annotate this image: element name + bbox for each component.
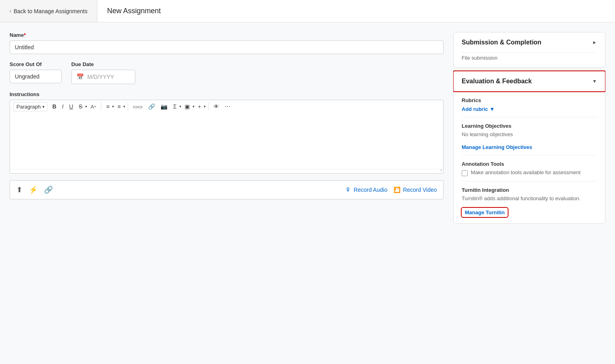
align-group: ≡ ▾ bbox=[104, 102, 114, 111]
list-arrow: ▾ bbox=[123, 105, 125, 109]
sidebar-card: Submission & Completion ► File submissio… bbox=[453, 32, 605, 224]
submission-section-title: Submission & Completion bbox=[462, 39, 541, 46]
evaluation-section-title: Evaluation & Feedback bbox=[462, 78, 532, 85]
main-layout: Name* Score Out Of Ungraded Due Date 📅 M… bbox=[0, 22, 615, 364]
bold-button[interactable]: B bbox=[50, 102, 59, 111]
link-icon[interactable]: 🔗 bbox=[44, 185, 53, 194]
microphone-icon: 🎙 bbox=[346, 187, 351, 193]
evaluation-section-header[interactable]: Evaluation & Feedback ▼ bbox=[454, 71, 605, 91]
clear-format-group: A× bbox=[88, 102, 98, 111]
clear-format-button[interactable]: A× bbox=[88, 102, 98, 111]
learning-objectives-label: Learning Objectives bbox=[462, 123, 597, 129]
due-date-field-group: Due Date 📅 M/D/YYYY bbox=[71, 61, 135, 84]
back-link[interactable]: ‹ Back to Manage Assignments bbox=[0, 0, 97, 22]
divider-3 bbox=[462, 181, 597, 181]
italic-button[interactable]: I bbox=[60, 102, 66, 111]
manage-objectives-link[interactable]: Manage Learning Objectives bbox=[462, 144, 532, 150]
record-video-button[interactable]: 🎦 Record Video bbox=[394, 187, 437, 193]
editor-body[interactable] bbox=[10, 113, 444, 169]
annotation-checkbox-row: Make annotation tools available for asse… bbox=[462, 169, 597, 176]
formula-button[interactable]: Σ bbox=[171, 102, 179, 111]
learning-objectives-section: Learning Objectives No learning objectiv… bbox=[462, 123, 597, 150]
file-submission-label: File submission bbox=[462, 55, 498, 61]
paragraph-dropdown[interactable]: Paragraph ▾ bbox=[13, 102, 48, 111]
calendar-icon: 📅 bbox=[76, 73, 84, 80]
media-embed-button[interactable]: ▭▭ bbox=[131, 102, 145, 111]
due-date-label: Due Date bbox=[71, 61, 135, 67]
align-arrow: ▾ bbox=[112, 105, 114, 109]
rubrics-label: Rubrics bbox=[462, 97, 597, 103]
table-group: ▣ ▾ bbox=[182, 102, 195, 111]
link-button[interactable]: 🔗 bbox=[146, 102, 157, 111]
evaluation-section-content: Rubrics Add rubric ▼ Learning Objectives… bbox=[454, 97, 605, 223]
manage-turnitin-link[interactable]: Manage Turnitin bbox=[462, 208, 508, 217]
add-rubric-link[interactable]: Add rubric ▼ bbox=[462, 106, 495, 112]
more-button[interactable]: ⋯ bbox=[222, 102, 233, 111]
evaluation-chevron-down-icon: ▼ bbox=[592, 78, 597, 84]
insert-button[interactable]: + bbox=[195, 102, 203, 111]
back-link-label: Back to Manage Assignments bbox=[14, 8, 87, 14]
no-objectives-text: No learning objectives bbox=[462, 131, 597, 137]
chevron-left-icon: ‹ bbox=[10, 8, 11, 14]
submission-section-header[interactable]: Submission & Completion ► bbox=[454, 32, 605, 52]
insert-arrow: ▾ bbox=[204, 105, 206, 109]
turnitin-section: Turnitin Integration Turnitin® adds addi… bbox=[462, 187, 597, 217]
annotation-checkbox[interactable] bbox=[462, 170, 468, 176]
preview-button[interactable]: 👁 bbox=[211, 102, 221, 111]
upload-icon[interactable]: ⬆ bbox=[16, 185, 22, 194]
divider-2 bbox=[462, 155, 597, 155]
toolbar-sep-2 bbox=[128, 103, 128, 111]
submission-chevron-right-icon: ► bbox=[592, 40, 597, 45]
image-button[interactable]: 📷 bbox=[158, 102, 170, 111]
strikethrough-arrow: ▾ bbox=[85, 105, 87, 109]
name-label: Name* bbox=[10, 32, 444, 38]
annotation-checkbox-label: Make annotation tools available for asse… bbox=[471, 169, 581, 175]
score-label: Score Out Of bbox=[10, 61, 62, 67]
strikethrough-button[interactable]: S bbox=[76, 102, 85, 111]
table-arrow: ▾ bbox=[193, 105, 195, 109]
turnitin-desc: Turnitin® adds additional functionality … bbox=[462, 195, 597, 201]
submission-content: File submission bbox=[454, 53, 605, 67]
table-button[interactable]: ▣ bbox=[182, 102, 192, 111]
score-field-group: Score Out Of Ungraded bbox=[10, 61, 62, 84]
instructions-label: Instructions bbox=[10, 91, 444, 97]
submission-section: Submission & Completion ► File submissio… bbox=[453, 32, 605, 68]
due-date-input[interactable]: 📅 M/D/YYYY bbox=[71, 70, 135, 84]
editor-footer: ↗ bbox=[10, 169, 444, 174]
rubrics-section: Rubrics Add rubric ▼ bbox=[462, 97, 597, 112]
formula-group: Σ ▾ bbox=[171, 102, 181, 111]
turnitin-label: Turnitin Integration bbox=[462, 187, 597, 193]
strikethrough-group: S ▾ bbox=[76, 102, 87, 111]
add-rubric-arrow-icon: ▼ bbox=[490, 106, 495, 112]
divider-1 bbox=[462, 117, 597, 117]
lightning-icon[interactable]: ⚡ bbox=[29, 185, 38, 194]
score-date-row: Score Out Of Ungraded Due Date 📅 M/D/YYY… bbox=[10, 61, 444, 84]
video-icon: 🎦 bbox=[394, 187, 400, 193]
name-field-group: Name* bbox=[10, 32, 444, 54]
paragraph-dropdown-arrow: ▾ bbox=[42, 105, 44, 109]
evaluation-section: Evaluation & Feedback ▼ Rubrics Add rubr… bbox=[453, 71, 605, 224]
due-date-placeholder: M/D/YYYY bbox=[87, 74, 114, 80]
name-input[interactable] bbox=[10, 40, 444, 54]
attachment-bar: ⬆ ⚡ 🔗 🎙 Record Audio 🎦 Record Video bbox=[10, 180, 444, 199]
underline-button[interactable]: U bbox=[67, 102, 76, 111]
align-button[interactable]: ≡ bbox=[104, 102, 112, 111]
sidebar: Submission & Completion ► File submissio… bbox=[453, 32, 605, 354]
insert-group: + ▾ bbox=[195, 102, 206, 111]
list-group: ≡ ▾ bbox=[115, 102, 125, 111]
annotation-tools-label: Annotation Tools bbox=[462, 161, 597, 167]
list-button[interactable]: ≡ bbox=[115, 102, 123, 111]
toolbar-sep-1 bbox=[101, 103, 101, 111]
toolbar-sep-3 bbox=[208, 103, 209, 111]
record-audio-button[interactable]: 🎙 Record Audio bbox=[346, 187, 387, 193]
score-select[interactable]: Ungraded bbox=[10, 70, 62, 83]
form-area: Name* Score Out Of Ungraded Due Date 📅 M… bbox=[10, 32, 453, 354]
page-title: New Assignment bbox=[97, 7, 170, 15]
editor-toolbar: Paragraph ▾ B I U S ▾ A× ≡ ▾ ≡ ▾ ▭▭ bbox=[10, 100, 444, 113]
annotation-tools-section: Annotation Tools Make annotation tools a… bbox=[462, 161, 597, 176]
formula-arrow: ▾ bbox=[179, 105, 181, 109]
top-nav: ‹ Back to Manage Assignments New Assignm… bbox=[0, 0, 615, 22]
